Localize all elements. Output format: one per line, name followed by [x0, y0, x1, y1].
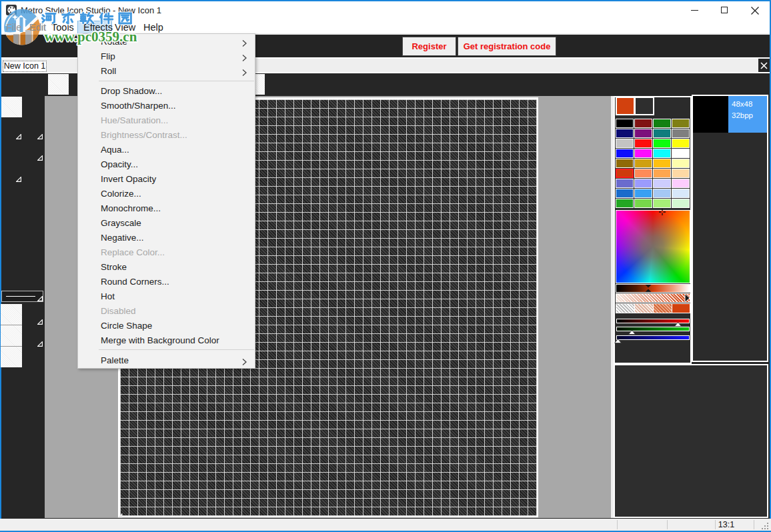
svg-text:www.pc0359.cn: www.pc0359.cn	[45, 29, 137, 45]
